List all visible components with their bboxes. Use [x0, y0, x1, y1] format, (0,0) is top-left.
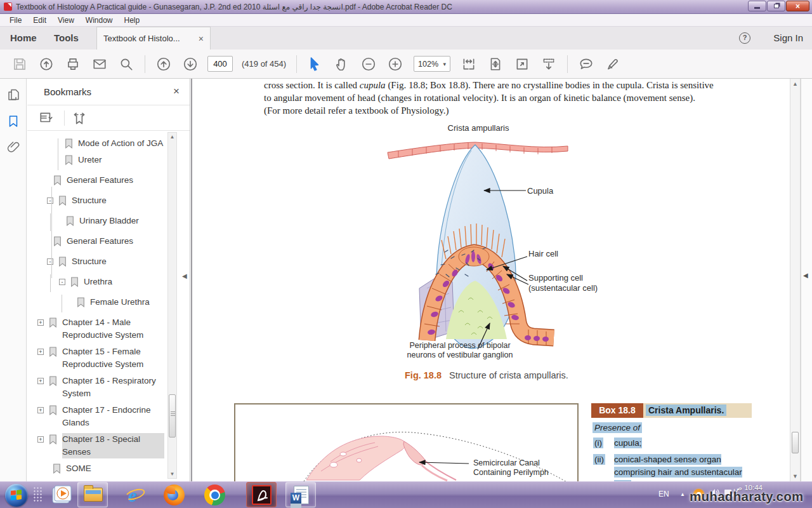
tab-close-icon[interactable]: ×: [199, 34, 204, 43]
bookmarks-panel-icon[interactable]: [6, 114, 20, 128]
tab-home[interactable]: Home: [10, 27, 37, 50]
chrome-icon[interactable]: [204, 485, 225, 505]
pdf-page[interactable]: cross section. It is called cupula (Fig.…: [192, 79, 790, 481]
bookmark-item[interactable]: Ureter: [27, 154, 190, 166]
expander-icon[interactable]: +: [37, 407, 44, 413]
figure-label-supporting-cell: Supporting cell: [528, 273, 583, 283]
page-thumbnails-icon[interactable]: [6, 88, 20, 102]
taskbar-pin-grid: [33, 486, 43, 503]
fit-page-icon[interactable]: [488, 57, 503, 72]
figure-label-peripheral: Peripheral process of bipolar neurons of…: [406, 341, 514, 360]
acrobat-icon: [252, 485, 272, 505]
bookmark-item[interactable]: +Chapter 17 - Endocrine Glands: [27, 404, 190, 429]
bookmark-item[interactable]: +Chapter 14 - Male Reproductive System: [27, 316, 190, 342]
menu-window[interactable]: Window: [80, 14, 119, 27]
close-button[interactable]: ×: [786, 1, 809, 11]
expander-icon[interactable]: +: [37, 349, 44, 355]
document-scrollbar[interactable]: ▲ ▼: [790, 79, 801, 481]
comment-icon[interactable]: [579, 57, 594, 72]
expander-icon[interactable]: +: [37, 436, 44, 443]
media-player-icon[interactable]: [51, 485, 72, 506]
navigation-pane-strip: [0, 79, 27, 481]
bookmark-ribbon-icon: [49, 434, 57, 444]
internet-explorer-icon[interactable]: e: [124, 484, 146, 505]
zoom-out-icon[interactable]: [361, 57, 376, 72]
new-bookmark-icon[interactable]: [72, 110, 87, 126]
scroll-up-icon[interactable]: ▲: [168, 134, 176, 140]
expander-icon[interactable]: +: [37, 319, 44, 326]
bookmark-item-selected[interactable]: +Chapter 18 - Special Senses: [27, 433, 190, 458]
restore-button[interactable]: [767, 1, 785, 11]
expander-icon[interactable]: +: [37, 378, 44, 384]
bookmark-ribbon-icon: [77, 297, 85, 307]
tab-document[interactable]: Textbook of Histolo... ×: [96, 27, 211, 50]
firefox-icon[interactable]: [164, 485, 185, 505]
share-cloud-icon[interactable]: [39, 57, 54, 72]
window-title: Textbook of Histology A Practical guide …: [16, 3, 452, 11]
menu-help[interactable]: Help: [119, 14, 146, 27]
bookmark-ribbon-icon: [49, 347, 57, 357]
figure-label-cupula: Cupula: [527, 186, 553, 196]
start-button[interactable]: [5, 484, 28, 507]
fullscreen-icon[interactable]: [514, 57, 530, 72]
acrobat-taskbar-button[interactable]: [246, 482, 277, 507]
box-tag: Box 18.8: [591, 403, 643, 418]
tools-collapse-icon[interactable]: ◀: [803, 272, 808, 279]
bookmark-item[interactable]: General Features: [27, 174, 190, 187]
reading-mode-icon[interactable]: [541, 57, 556, 72]
bookmark-options-icon[interactable]: [39, 110, 54, 126]
scrollbar-thumb[interactable]: [792, 432, 799, 453]
next-page-icon[interactable]: [183, 57, 198, 72]
zoom-in-icon[interactable]: [388, 57, 403, 72]
word-taskbar-button[interactable]: W: [285, 482, 316, 507]
title-bar[interactable]: Textbook of Histology A Practical guide …: [0, 0, 812, 14]
scroll-down-icon[interactable]: ▼: [168, 471, 176, 477]
highlighter-icon[interactable]: [605, 57, 620, 72]
figure-label-hair-cell: Hair cell: [528, 249, 558, 258]
bookmark-item[interactable]: Female Urethra: [27, 296, 190, 309]
explorer-taskbar-button[interactable]: [77, 482, 108, 507]
scroll-down-icon[interactable]: ▼: [790, 473, 800, 479]
tab-tools[interactable]: Tools: [54, 27, 79, 50]
scrollbar-thumb[interactable]: [169, 394, 176, 438]
print-icon[interactable]: [65, 57, 81, 72]
help-icon[interactable]: ?: [739, 32, 750, 44]
select-tool-icon[interactable]: [308, 57, 323, 72]
save-icon[interactable]: [12, 57, 27, 72]
bookmarks-panel: Bookmarks × Mode of Action of JGA Ureter…: [27, 79, 190, 481]
tab-bar: Home Tools Textbook of Histolo... × ? Si…: [0, 27, 812, 50]
page-count-label: (419 of 454): [242, 59, 286, 69]
language-indicator[interactable]: EN: [658, 490, 669, 498]
bookmark-item[interactable]: +Chapter 16 - Respiratory System: [27, 375, 190, 400]
hand-tool-icon[interactable]: [334, 57, 350, 72]
email-icon[interactable]: [92, 57, 107, 72]
zoom-level-dropdown[interactable]: 102% ▾: [414, 56, 450, 72]
bookmark-item[interactable]: +Chapter 15 - Female Reproductive System: [27, 345, 190, 371]
box-item-1: (i) cupula;: [591, 436, 752, 450]
crista-ampullaris-figure: [370, 122, 586, 375]
bookmark-item[interactable]: SOME: [27, 462, 190, 475]
page-number-input[interactable]: 400: [207, 56, 233, 72]
menu-edit[interactable]: Edit: [27, 14, 52, 27]
menu-view[interactable]: View: [52, 14, 80, 27]
scroll-up-icon[interactable]: ▲: [790, 81, 800, 87]
search-icon[interactable]: [119, 57, 134, 72]
expander-icon[interactable]: -: [59, 279, 65, 285]
expander-icon[interactable]: -: [47, 258, 53, 265]
bookmarks-scrollbar[interactable]: ▲ ▼: [167, 132, 177, 479]
bookmark-ribbon-icon: [70, 277, 79, 287]
panel-collapse-icon[interactable]: ◀: [182, 272, 187, 279]
previous-page-icon[interactable]: [156, 57, 171, 72]
sign-in-button[interactable]: Sign In: [773, 27, 803, 50]
expander-icon[interactable]: -: [47, 197, 53, 204]
minimize-button[interactable]: [748, 1, 766, 11]
tray-expand-icon[interactable]: ▲: [680, 491, 685, 497]
main-toolbar: 400 (419 of 454) 102% ▾: [0, 50, 812, 79]
bookmark-item[interactable]: Mode of Action of JGA: [27, 137, 190, 150]
fit-width-icon[interactable]: [461, 57, 476, 72]
bookmarks-close-icon[interactable]: ×: [173, 85, 180, 98]
bookmark-ribbon-icon: [53, 175, 62, 185]
menu-file[interactable]: File: [4, 14, 27, 27]
bookmark-ribbon-icon: [49, 405, 57, 415]
attachments-icon[interactable]: [6, 140, 20, 154]
